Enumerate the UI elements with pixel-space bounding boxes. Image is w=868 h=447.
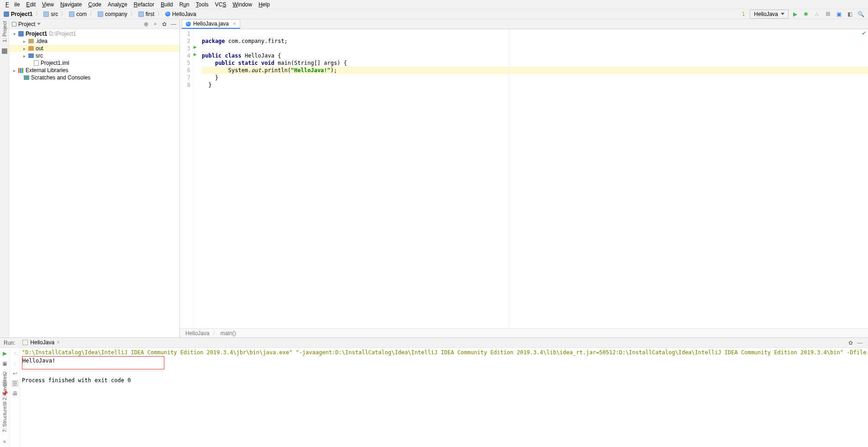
menu-bar: File Edit View Navigate Code Analyze Ref… xyxy=(0,0,868,9)
class-icon xyxy=(186,21,191,26)
menu-navigate[interactable]: Navigate xyxy=(58,1,84,8)
tree-node-iml[interactable]: Project1.iml xyxy=(9,59,179,67)
line-number-gutter: 1 2 3 4 5 6 7 8 xyxy=(180,29,194,328)
folder-icon xyxy=(43,11,49,17)
crumb-label: Project1 xyxy=(11,11,32,17)
folder-icon xyxy=(98,11,103,17)
menu-edit[interactable]: Edit xyxy=(23,1,38,8)
up-button[interactable]: ↑ xyxy=(11,350,19,357)
tree-node-external-libs[interactable]: ▸ External Libraries xyxy=(9,67,179,74)
tree-node-scratches[interactable]: Scratches and Consoles xyxy=(9,74,179,81)
scroll-to-end-button[interactable]: ☰ xyxy=(11,380,19,387)
soft-wrap-button[interactable]: ↩ xyxy=(11,370,19,377)
tree-label: External Libraries xyxy=(26,67,68,74)
folder-icon xyxy=(69,11,74,17)
select-opened-file-button[interactable]: ⊕ xyxy=(143,21,149,27)
menu-vcs[interactable]: VCS xyxy=(212,1,229,8)
close-tab-icon[interactable]: × xyxy=(233,21,236,27)
folder-icon xyxy=(138,11,144,17)
menu-file[interactable]: File xyxy=(3,1,22,8)
project-toolwindow-tab[interactable]: 1: Project xyxy=(2,21,7,42)
coverage-button[interactable]: ⛬ xyxy=(812,10,821,19)
menu-refactor[interactable]: Refactor xyxy=(131,1,157,8)
folder-icon xyxy=(24,75,29,80)
breadcrumb-class[interactable]: HelloJava xyxy=(185,330,210,337)
tree-node-project-root[interactable]: ▾ Project1 D:\Project1 xyxy=(9,30,179,37)
run-config-combo[interactable]: HelloJava xyxy=(750,10,789,19)
run-button[interactable]: ▶ xyxy=(790,10,800,19)
debug-button[interactable]: ✱ xyxy=(801,10,810,19)
settings-gear-icon[interactable]: ✿ xyxy=(161,21,168,27)
file-icon xyxy=(34,60,39,66)
tree-node-out[interactable]: ▸ out xyxy=(9,45,179,52)
menu-tools[interactable]: Tools xyxy=(193,1,211,8)
build-button[interactable]: ⤵ xyxy=(739,10,748,19)
stop-button[interactable] xyxy=(823,10,832,19)
expand-arrow-icon[interactable]: ▸ xyxy=(22,39,26,44)
menu-window[interactable]: Window xyxy=(230,1,255,8)
crumb-label: first xyxy=(146,11,154,17)
expand-arrow-icon[interactable]: ▸ xyxy=(22,53,26,58)
menu-build[interactable]: Build xyxy=(158,1,176,8)
run-console[interactable]: "D:\InstallCatalog\Idea\IntelliJ IDEA Co… xyxy=(20,348,868,447)
crumb-label: HelloJava xyxy=(172,11,196,17)
expand-arrow-icon[interactable]: ▸ xyxy=(12,68,16,73)
crumb-src[interactable]: src xyxy=(42,11,59,17)
run-toolbar-left2: ↑ ↓ ↩ ☰ 🖶 xyxy=(10,348,20,447)
right-margin-line xyxy=(509,29,509,328)
crumb-company[interactable]: company xyxy=(97,11,128,17)
search-button[interactable]: 🔍 xyxy=(856,10,865,19)
expand-arrow-icon[interactable]: ▸ xyxy=(22,46,26,51)
project-icon xyxy=(18,31,24,37)
run-line-marker-icon[interactable]: ▶ xyxy=(194,52,197,57)
expand-all-button[interactable]: ÷ xyxy=(152,21,158,27)
menu-run[interactable]: Run xyxy=(177,1,192,8)
favorites-toolwindow-tab[interactable]: 2: Favorites xyxy=(2,374,7,400)
run-gutter: ▶ ▶ xyxy=(194,29,199,328)
chevron-icon: 〉 xyxy=(89,10,96,18)
crumb-com[interactable]: com xyxy=(68,11,88,17)
print-button[interactable]: 🖶 xyxy=(11,390,19,397)
bookmarks-icon[interactable] xyxy=(2,48,7,54)
menu-analyze[interactable]: Analyze xyxy=(105,1,130,8)
navigation-bar: Project1 〉 src 〉 com 〉 company 〉 first 〉… xyxy=(0,9,868,19)
structure-icon[interactable]: ≡ xyxy=(3,439,6,444)
left-bottom-tool-stripe: ★ 2: Favorites 7: Structure ≡ xyxy=(0,361,9,444)
layout-button-2[interactable]: ◧ xyxy=(845,10,854,19)
layout-button-1[interactable]: ▣ xyxy=(834,10,843,19)
tree-node-idea[interactable]: ▸ .idea xyxy=(9,37,179,45)
rerun-button[interactable]: ▶ xyxy=(1,350,9,357)
inspection-ok-icon[interactable]: ✔ xyxy=(862,30,866,37)
project-tree[interactable]: ▾ Project1 D:\Project1 ▸ .idea ▸ out ▸ xyxy=(9,29,179,337)
hide-button[interactable]: — xyxy=(170,21,177,27)
project-view-title[interactable]: Project xyxy=(18,21,35,27)
tree-node-src[interactable]: ▸ src xyxy=(9,52,179,59)
chevron-down-icon[interactable] xyxy=(37,23,41,25)
close-icon[interactable]: × xyxy=(57,339,60,346)
tree-label: Scratches and Consoles xyxy=(31,74,90,81)
tree-label: Project1.iml xyxy=(41,60,69,66)
menu-view[interactable]: View xyxy=(39,1,57,8)
crumb-project[interactable]: Project1 xyxy=(3,11,33,17)
breadcrumb-method[interactable]: main() xyxy=(221,330,236,337)
code-area[interactable]: package com.company.first; public class … xyxy=(199,29,868,328)
chevron-icon: 〉 xyxy=(156,10,163,18)
menu-help[interactable]: Help xyxy=(256,1,273,8)
run-line-marker-icon[interactable]: ▶ xyxy=(194,45,197,49)
menu-code[interactable]: Code xyxy=(85,1,104,8)
editor-body[interactable]: 1 2 3 4 5 6 7 8 ▶ ▶ package com.company.… xyxy=(180,29,868,328)
editor-tab-hello-java[interactable]: HelloJava.java × xyxy=(182,19,240,29)
project-view-header: Project ⊕ ÷ ✿ — xyxy=(9,19,179,29)
expand-arrow-icon[interactable]: ▾ xyxy=(12,32,16,37)
chevron-down-icon xyxy=(781,13,784,15)
run-settings-gear-icon[interactable]: ✿ xyxy=(846,338,855,347)
crumb-class[interactable]: HelloJava xyxy=(164,11,197,17)
structure-toolwindow-tab[interactable]: 7: Structure xyxy=(2,406,7,432)
down-button[interactable]: ↓ xyxy=(11,360,19,367)
run-tab[interactable]: HelloJava × xyxy=(20,338,63,347)
crumb-first[interactable]: first xyxy=(137,11,155,17)
favorites-star-icon[interactable]: ★ xyxy=(2,361,7,368)
chevron-icon: 〉 xyxy=(129,10,137,18)
folder-icon xyxy=(28,53,34,58)
run-hide-button[interactable]: — xyxy=(855,338,864,347)
